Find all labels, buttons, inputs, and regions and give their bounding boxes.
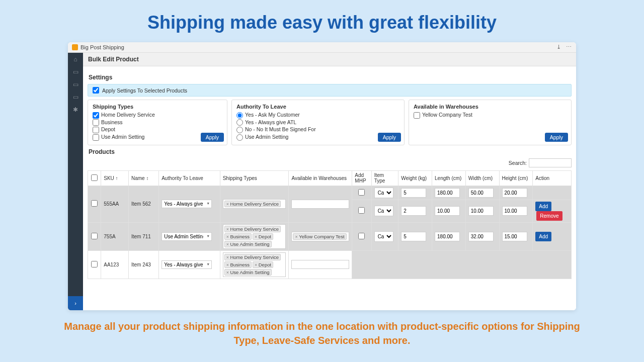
atl-select[interactable]: Yes - Always give ATL bbox=[162, 200, 212, 208]
itemtype-select[interactable]: Cartor bbox=[374, 206, 393, 216]
apply-shipping-button[interactable]: Apply bbox=[201, 133, 224, 142]
shipping-tags[interactable]: Home Delivery ServiceBusinessDepotUse Ad… bbox=[223, 252, 286, 277]
shipping-business-checkbox[interactable] bbox=[93, 119, 99, 126]
atl-select[interactable]: Use Admin Setting bbox=[162, 232, 212, 241]
wh-tags[interactable]: Yellow Company Test bbox=[291, 232, 349, 241]
row-checkbox[interactable] bbox=[91, 261, 98, 267]
tag[interactable]: Home Delivery Service bbox=[224, 254, 281, 260]
settings-title: Settings bbox=[89, 74, 572, 81]
height-input[interactable] bbox=[502, 232, 527, 241]
row-checkbox[interactable] bbox=[91, 233, 98, 239]
expand-sidebar-icon[interactable]: › bbox=[68, 296, 83, 310]
width-input[interactable] bbox=[468, 188, 494, 198]
atl-ask-radio[interactable] bbox=[236, 112, 243, 119]
shipping-types-panel: Shipping Types Home Delivery Service Bus… bbox=[88, 100, 227, 145]
add-button[interactable]: Add bbox=[535, 232, 551, 241]
tag[interactable]: Business bbox=[224, 233, 252, 240]
home-icon[interactable]: ⌂ bbox=[68, 53, 83, 65]
menu-dots-icon[interactable]: ⋯ bbox=[565, 44, 572, 51]
atl-no-radio[interactable] bbox=[236, 127, 243, 133]
col-height: Height (cm) bbox=[499, 170, 533, 186]
box-icon[interactable]: ▭ bbox=[68, 78, 83, 90]
col-name[interactable]: Name ↕ bbox=[128, 170, 158, 186]
shipping-home-checkbox[interactable] bbox=[93, 112, 99, 119]
length-input[interactable] bbox=[435, 232, 460, 241]
height-input[interactable] bbox=[502, 206, 527, 216]
shipping-admin-checkbox[interactable] bbox=[93, 134, 99, 141]
tag[interactable]: Home Delivery Service bbox=[224, 201, 281, 207]
atl-admin-radio[interactable] bbox=[236, 134, 243, 141]
itemtype-select[interactable]: Cartor bbox=[374, 231, 393, 242]
shipping-types-title: Shipping Types bbox=[93, 104, 222, 110]
remove-button[interactable]: Remove bbox=[536, 211, 562, 221]
table-row: AA123 Item 243 Yes - Always give ATL Hom… bbox=[88, 250, 572, 279]
col-width: Width (cm) bbox=[465, 170, 499, 186]
shipping-depot-checkbox[interactable] bbox=[93, 127, 99, 133]
itemtype-select[interactable]: Cartor bbox=[374, 188, 393, 198]
footer-caption: Manage all your product shipping informa… bbox=[0, 310, 644, 347]
briefcase-icon[interactable]: ▭ bbox=[68, 90, 83, 103]
products-table: SKU ↑ Name ↕ Authority To Leave Shipping… bbox=[88, 170, 572, 279]
archive-icon[interactable]: ▭ bbox=[68, 65, 83, 78]
sku-cell: 555AA bbox=[101, 186, 129, 222]
tag[interactable]: Business bbox=[224, 261, 252, 268]
tag[interactable]: Depot bbox=[253, 261, 273, 268]
settings-icon[interactable]: ✱ bbox=[68, 103, 83, 116]
select-all-checkbox[interactable] bbox=[91, 174, 98, 181]
atl-select[interactable]: Yes - Always give ATL bbox=[162, 260, 212, 269]
wh-tags[interactable] bbox=[291, 260, 349, 269]
warehouses-panel: Available in Warehouses Yellow Company T… bbox=[409, 100, 572, 145]
weight-input[interactable] bbox=[401, 188, 426, 198]
app-title: Big Post Shipping bbox=[80, 44, 124, 50]
length-input[interactable] bbox=[435, 206, 460, 216]
col-itemtype: Item Type bbox=[371, 170, 398, 186]
apply-settings-bar: Apply Settings To Selected Products bbox=[88, 84, 572, 97]
name-cell: Item 711 bbox=[128, 222, 158, 250]
width-input[interactable] bbox=[468, 232, 494, 241]
apply-settings-label: Apply Settings To Selected Products bbox=[102, 87, 187, 94]
tag[interactable]: Depot bbox=[253, 233, 273, 240]
tag[interactable]: Use Admin Setting bbox=[224, 269, 272, 276]
tag[interactable]: Home Delivery Service bbox=[224, 226, 281, 232]
weight-input[interactable] bbox=[401, 206, 426, 216]
search-input[interactable] bbox=[529, 158, 572, 167]
app-window: Big Post Shipping ⤓ ⋯ ⌂ ▭ ▭ ▭ ✱ › Bulk E… bbox=[68, 42, 576, 310]
col-action: Action bbox=[533, 170, 572, 186]
height-input[interactable] bbox=[502, 188, 527, 198]
width-input[interactable] bbox=[468, 206, 494, 216]
sku-cell: AA123 bbox=[101, 250, 129, 279]
search-label: Search: bbox=[509, 160, 527, 166]
mhp-checkbox[interactable] bbox=[358, 207, 365, 214]
pin-icon[interactable]: ⤓ bbox=[555, 44, 562, 51]
apply-settings-checkbox[interactable] bbox=[93, 87, 99, 94]
mhp-checkbox[interactable] bbox=[358, 233, 365, 239]
col-atl: Authority To Leave bbox=[159, 170, 220, 186]
app-logo-icon bbox=[72, 44, 78, 50]
length-input[interactable] bbox=[435, 188, 460, 198]
name-cell: Item 243 bbox=[128, 250, 158, 279]
page-title: Bulk Edit Product bbox=[83, 53, 576, 66]
row-checkbox[interactable] bbox=[91, 200, 98, 207]
sidebar: ⌂ ▭ ▭ ▭ ✱ › bbox=[68, 53, 83, 310]
warehouses-title: Available in Warehouses bbox=[414, 104, 567, 110]
col-length: Length (cm) bbox=[432, 170, 466, 186]
table-row: 755A Item 711 Use Admin Setting Home Del… bbox=[88, 222, 572, 250]
tag[interactable]: Use Admin Setting bbox=[224, 241, 272, 247]
atl-always-radio[interactable] bbox=[236, 119, 243, 126]
weight-input[interactable] bbox=[401, 232, 426, 241]
titlebar: Big Post Shipping ⤓ ⋯ bbox=[68, 42, 576, 53]
col-sku[interactable]: SKU ↑ bbox=[101, 170, 129, 186]
name-cell: Item 562 bbox=[128, 186, 158, 222]
table-row: 555AA Item 562 Yes - Always give ATL Hom… bbox=[88, 186, 572, 200]
mhp-checkbox[interactable] bbox=[358, 189, 365, 196]
add-button[interactable]: Add bbox=[535, 202, 551, 211]
products-title: Products bbox=[89, 148, 572, 155]
wh-yellow-checkbox[interactable] bbox=[414, 112, 420, 119]
apply-wh-button[interactable]: Apply bbox=[545, 133, 568, 142]
tag[interactable]: Yellow Company Test bbox=[293, 233, 346, 240]
wh-tags[interactable] bbox=[291, 200, 349, 209]
col-weight: Weight (kg) bbox=[398, 170, 432, 186]
shipping-tags[interactable]: Home Delivery ServiceBusinessDepotUse Ad… bbox=[223, 224, 286, 249]
apply-atl-button[interactable]: Apply bbox=[378, 133, 401, 142]
shipping-tags[interactable]: Home Delivery Service bbox=[223, 199, 286, 209]
